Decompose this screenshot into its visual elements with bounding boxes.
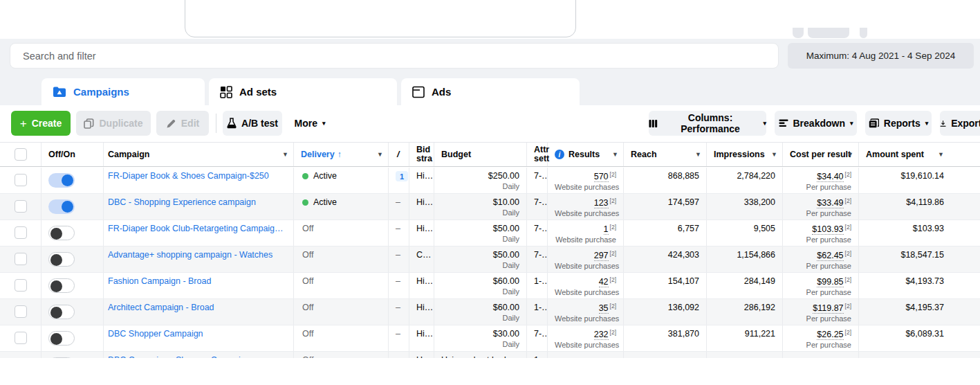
impressions-cell: 2,784,220 bbox=[707, 168, 783, 193]
budget-amount: $60.00 bbox=[441, 276, 519, 286]
col-header-ab-test[interactable]: / bbox=[389, 143, 409, 166]
campaign-link[interactable]: FR-Diaper Book & Shoes Campaign-$250 bbox=[108, 171, 286, 181]
delivery-cell: Off bbox=[294, 352, 389, 358]
budget-amount: $10.00 bbox=[441, 197, 519, 207]
impressions-value: 284,149 bbox=[714, 276, 775, 286]
tab-ad-sets[interactable]: Ad sets bbox=[209, 78, 397, 105]
attribution-setting-cell: 7-… bbox=[527, 168, 548, 193]
reports-button[interactable]: Reports ▾ bbox=[865, 111, 932, 136]
budget-type: Daily bbox=[441, 314, 519, 322]
campaign-link[interactable]: DBC - Shopping Experience campaign bbox=[108, 197, 286, 207]
edit-button[interactable]: Edit bbox=[156, 111, 209, 136]
campaign-toggle[interactable] bbox=[48, 226, 75, 240]
cost-footnote: [2] bbox=[845, 171, 851, 178]
campaign-link[interactable]: Architect Campaign - Broad bbox=[108, 303, 286, 312]
amount-spent-cell: $18,547.15 bbox=[859, 247, 980, 272]
row-checkbox[interactable] bbox=[15, 332, 27, 344]
col-header-cost-per-result[interactable]: Cost per result ▼ bbox=[783, 143, 859, 166]
results-cell: 297[2] Website purchases bbox=[548, 247, 624, 272]
campaign-toggle[interactable] bbox=[48, 252, 75, 267]
ab-test-value: – bbox=[396, 197, 400, 207]
campaign-link[interactable]: FR-Diaper Book Club-Retargeting Campaign… bbox=[108, 224, 286, 233]
row-checkbox[interactable] bbox=[15, 174, 27, 186]
export-button[interactable]: Export ▾ bbox=[940, 111, 980, 136]
col-header-impressions[interactable]: Impressions ▼ bbox=[707, 143, 783, 166]
table-row: Advantage+ shopping campaign - Watches O… bbox=[0, 247, 980, 273]
col-header-amount-spent[interactable]: Amount spent ▼ bbox=[859, 143, 980, 166]
budget-cell: Using ad set bud… bbox=[434, 352, 527, 358]
tab-label: Ads bbox=[432, 86, 451, 98]
campaign-link[interactable]: Fashion Campaign - Broad bbox=[108, 276, 286, 286]
delivery-cell: Off bbox=[294, 325, 389, 351]
reach-cell bbox=[624, 352, 707, 358]
row-checkbox[interactable] bbox=[15, 253, 27, 265]
columns-button[interactable]: Columns: Performance ▾ bbox=[649, 111, 766, 136]
duplicate-button[interactable]: Duplicate bbox=[76, 111, 151, 136]
tab-label: Campaigns bbox=[73, 86, 129, 98]
impressions-cell: 9,505 bbox=[707, 220, 783, 246]
tab-campaigns[interactable]: Campaigns bbox=[41, 78, 205, 105]
results-label: Website purchases bbox=[555, 288, 616, 296]
budget-type: Daily bbox=[441, 182, 519, 190]
results-value: 1 bbox=[604, 224, 609, 235]
col-header-budget[interactable]: Budget bbox=[434, 143, 527, 166]
col-header-campaign[interactable]: Campaign ▼ bbox=[104, 143, 294, 166]
amount-spent-cell bbox=[859, 352, 980, 358]
delivery-cell: Off bbox=[294, 273, 389, 298]
amount-spent-cell: $19,610.14 bbox=[859, 168, 980, 193]
select-cell bbox=[0, 325, 41, 351]
info-icon[interactable]: i bbox=[555, 150, 564, 159]
col-header-reach[interactable]: Reach ▼ bbox=[624, 143, 707, 166]
delivery-text: Off bbox=[302, 224, 313, 233]
offon-cell bbox=[41, 352, 104, 358]
breakdown-button[interactable]: Breakdown ▾ bbox=[775, 111, 857, 136]
campaign-toggle[interactable] bbox=[48, 357, 75, 358]
search-input[interactable] bbox=[10, 43, 779, 69]
row-checkbox[interactable] bbox=[15, 305, 27, 318]
col-header-delivery[interactable]: Delivery ↑ ▼ bbox=[294, 143, 389, 166]
col-header-bid-strategy[interactable]: Bid stra bbox=[409, 143, 434, 166]
results-label: Website purchases bbox=[555, 341, 616, 349]
amount-spent-cell: $4,195.37 bbox=[859, 299, 980, 325]
row-checkbox[interactable] bbox=[15, 279, 27, 292]
col-header-offon: Off/On bbox=[41, 143, 104, 166]
ab-test-cell bbox=[389, 352, 409, 358]
results-cell: 570[2] Website purchases bbox=[548, 168, 624, 193]
campaign-link[interactable]: Advantage+ shopping campaign - Watches bbox=[108, 250, 286, 260]
cost-value: $34.40 bbox=[817, 172, 843, 182]
ab-test-cell: – bbox=[389, 194, 409, 220]
chevron-down-icon: ▾ bbox=[763, 120, 766, 127]
ab-test-button[interactable]: A/B test bbox=[223, 111, 282, 136]
date-range-button[interactable]: Maximum: 4 Aug 2021 - 4 Sep 2024 bbox=[788, 43, 974, 69]
bid-strategy-cell: Hi… bbox=[409, 168, 434, 193]
delivery-cell: Active bbox=[294, 194, 389, 220]
results-cell bbox=[548, 352, 624, 358]
tab-ads[interactable]: Ads bbox=[401, 78, 580, 105]
row-checkbox[interactable] bbox=[15, 226, 27, 239]
cost-value: $62.45 bbox=[817, 251, 843, 261]
row-checkbox[interactable] bbox=[15, 200, 27, 213]
select-all-checkbox[interactable] bbox=[15, 148, 27, 161]
campaign-toggle[interactable] bbox=[48, 199, 75, 214]
impressions-cell: 911,221 bbox=[707, 325, 783, 351]
top-strip bbox=[0, 0, 980, 39]
bid-strategy-cell: Hi… bbox=[409, 325, 434, 351]
budget-amount: $60.00 bbox=[441, 303, 519, 312]
create-button[interactable]: + Create bbox=[11, 111, 71, 136]
campaign-link[interactable]: DBC Campaign - Shopper Campaign bbox=[108, 355, 286, 358]
impressions-value: 9,505 bbox=[714, 224, 775, 233]
col-header-attribution-setting[interactable]: Attr sett bbox=[527, 143, 548, 166]
campaign-link[interactable]: DBC Shopper Campaign bbox=[108, 329, 286, 339]
more-button[interactable]: More ▾ bbox=[288, 111, 332, 136]
campaign-toggle[interactable] bbox=[48, 278, 75, 293]
impressions-cell: 1,154,866 bbox=[707, 247, 783, 272]
col-header-results[interactable]: i Results ▼ bbox=[548, 143, 624, 166]
results-footnote: [2] bbox=[610, 250, 616, 257]
campaign-toggle[interactable] bbox=[48, 331, 75, 346]
campaign-toggle[interactable] bbox=[48, 173, 75, 188]
results-cell: 1[2] Website purchase bbox=[548, 220, 624, 246]
reach-value: 424,303 bbox=[631, 250, 699, 260]
campaign-toggle[interactable] bbox=[48, 305, 75, 319]
results-cell: 123[2] Website purchases bbox=[548, 194, 624, 220]
chevron-down-icon: ▾ bbox=[925, 120, 929, 127]
